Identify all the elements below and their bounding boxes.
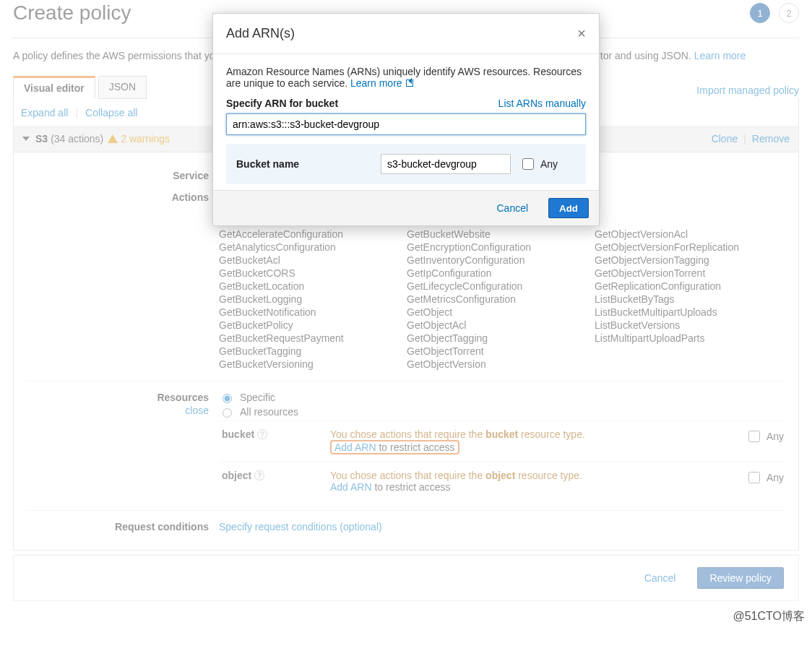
add-arn-modal: Add ARN(s) × Amazon Resource Names (ARNs… <box>212 13 600 226</box>
bucket-name-panel: Bucket name Any <box>226 144 586 184</box>
bucket-name-label: Bucket name <box>236 158 381 170</box>
close-icon[interactable]: × <box>577 25 586 42</box>
watermark: @51CTO博客 <box>733 609 805 624</box>
modal-learn-more-link[interactable]: Learn more <box>350 77 413 89</box>
external-link-icon <box>406 79 413 87</box>
bucket-name-input[interactable] <box>381 154 511 174</box>
modal-add-button[interactable]: Add <box>548 198 589 218</box>
modal-cancel-button[interactable]: Cancel <box>485 198 540 218</box>
bucket-name-any-label: Any <box>540 158 558 170</box>
modal-title: Add ARN(s) <box>226 26 295 41</box>
list-arns-manually-link[interactable]: List ARNs manually <box>498 98 586 109</box>
arn-input[interactable] <box>226 113 586 135</box>
specify-arn-label: Specify ARN for bucket <box>226 98 338 109</box>
bucket-name-any-checkbox[interactable] <box>522 158 534 170</box>
modal-description: Amazon Resource Names (ARNs) uniquely id… <box>226 66 586 89</box>
